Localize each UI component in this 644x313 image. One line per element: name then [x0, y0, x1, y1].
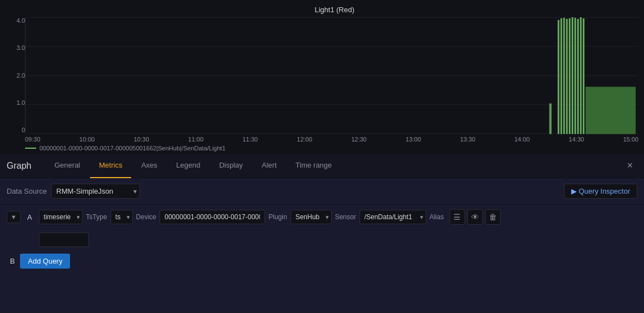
eye-button[interactable]: 👁 [467, 209, 483, 225]
ts-field-label: TsType [86, 213, 107, 221]
plugin-select[interactable]: SenHub [291, 210, 332, 224]
svg-rect-4 [569, 18, 571, 134]
list-icon: ☰ [453, 213, 461, 221]
ts-field-select[interactable]: ts [111, 210, 133, 224]
chart-title: Light1 (Red) [25, 6, 644, 14]
svg-rect-7 [577, 19, 579, 134]
close-button[interactable]: × [622, 158, 637, 174]
tab-display[interactable]: Display [210, 154, 252, 178]
svg-rect-3 [566, 19, 568, 134]
tab-time-range[interactable]: Time range [287, 154, 341, 178]
sensor-select[interactable]: /SenData/Light1 [360, 210, 426, 224]
query-bar: Data Source RMM-SimpleJson ▶ Query Inspe… [0, 178, 644, 205]
x-label-1130: 11:30 [242, 136, 258, 143]
sensor-select-wrap: /SenData/Light1 [360, 210, 426, 224]
x-axis-labels: 09:30 10:00 10:30 11:00 11:30 12:00 12:3… [25, 136, 638, 143]
alias-label: Alias [430, 213, 444, 221]
panel-title: Graph [7, 161, 34, 171]
y-label-0: 0 [6, 127, 25, 133]
ts-type-select-wrap: timeserie [39, 210, 83, 224]
chart-svg [26, 17, 638, 134]
ds-select[interactable]: RMM-SimpleJson [51, 184, 140, 199]
ts-field-select-wrap: ts [111, 210, 133, 224]
query-a-row: ▼ A timeserie TsType ts Device Plugin Se… [0, 205, 644, 229]
ds-label: Data Source [7, 187, 47, 195]
svg-rect-5 [572, 17, 573, 134]
panel-area: Graph General Metrics Axes Legend Displa… [0, 153, 644, 273]
svg-rect-10 [550, 103, 552, 134]
tab-legend[interactable]: Legend [167, 154, 209, 178]
x-label-1100: 11:00 [188, 136, 204, 143]
chart-legend: 00000001-0000-0000-0017-000005001662|Sen… [25, 145, 644, 152]
trash-icon: 🗑 [489, 213, 497, 221]
svg-rect-6 [575, 18, 576, 134]
chevron-down-icon: ▼ [11, 214, 17, 220]
x-label-1030: 10:30 [134, 136, 149, 143]
y-axis-labels: 0 1.0 2.0 3.0 4.0 [3, 17, 27, 133]
add-query-button[interactable]: Add Query [20, 254, 70, 269]
x-label-0930: 09:30 [25, 136, 41, 143]
legend-text: 00000001-0000-0000-0017-000005001662|Sen… [39, 145, 226, 152]
panel-header: Graph General Metrics Axes Legend Displa… [0, 154, 644, 178]
y-label-1: 1.0 [6, 99, 25, 106]
chart-inner: 0 1.0 2.0 3.0 4.0 [25, 17, 638, 134]
x-label-1200: 12:00 [297, 136, 312, 143]
legend-color-swatch [25, 148, 36, 149]
query-a-badge: A [24, 212, 36, 223]
eye-icon: 👁 [471, 213, 479, 221]
x-label-1000: 10:00 [79, 136, 95, 143]
tab-axes[interactable]: Axes [132, 154, 166, 178]
svg-rect-0 [558, 20, 560, 134]
x-label-1230: 12:30 [351, 136, 367, 143]
delete-button[interactable]: 🗑 [485, 209, 501, 225]
x-label-1430: 14:30 [569, 136, 585, 143]
x-label-1500: 15:00 [623, 136, 638, 143]
device-label: Device [136, 213, 157, 221]
x-label-1400: 14:00 [515, 136, 530, 143]
tab-alert[interactable]: Alert [253, 154, 286, 178]
chart-area: Light1 (Red) 0 1.0 2.0 3.0 4.0 [0, 0, 644, 153]
device-input[interactable] [159, 210, 265, 224]
row-actions: ☰ 👁 🗑 [450, 209, 501, 225]
rows-icon-button[interactable]: ☰ [450, 209, 465, 225]
svg-rect-11 [586, 87, 636, 134]
y-label-4: 4.0 [6, 17, 25, 24]
x-label-1330: 13:30 [460, 136, 476, 143]
y-label-2: 2.0 [6, 72, 25, 79]
query-inspector-button[interactable]: ▶ Query Inspector [564, 184, 637, 199]
plugin-label: Plugin [268, 213, 287, 221]
svg-rect-2 [563, 18, 565, 134]
svg-rect-9 [583, 18, 585, 134]
alias-input-row [0, 233, 644, 249]
y-label-3: 3.0 [6, 44, 25, 51]
add-query-row: B Add Query [0, 249, 644, 273]
query-a-toggle[interactable]: ▼ [7, 211, 21, 223]
ts-type-select[interactable]: timeserie [39, 210, 83, 224]
tab-general[interactable]: General [46, 154, 89, 178]
svg-rect-8 [580, 17, 582, 134]
sensor-label: Sensor [335, 213, 356, 221]
alias-input[interactable] [39, 233, 89, 247]
plugin-select-wrap: SenHub [291, 210, 332, 224]
tab-metrics[interactable]: Metrics [90, 154, 131, 178]
b-label: B [7, 255, 18, 267]
ds-select-wrap: RMM-SimpleJson [51, 184, 140, 199]
x-label-1300: 13:00 [406, 136, 421, 143]
svg-rect-1 [561, 18, 562, 134]
tabs-container: General Metrics Axes Legend Display Aler… [46, 154, 622, 178]
